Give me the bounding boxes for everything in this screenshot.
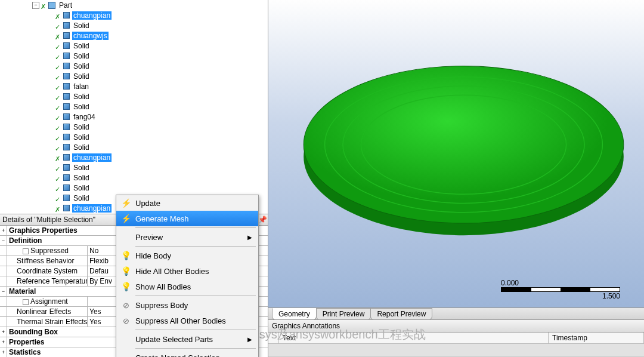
scale-min: 0.000 — [501, 279, 620, 287]
tree-label[interactable]: Solid — [72, 133, 91, 141]
collapse-icon[interactable]: − — [32, 2, 39, 9]
model-body[interactable] — [295, 37, 633, 253]
tree-label[interactable]: chuangpian — [72, 204, 112, 213]
menu-hide-body[interactable]: 💡Hide Body — [116, 248, 258, 263]
tree-node[interactable]: Solid — [0, 122, 268, 132]
check-icon — [55, 94, 61, 100]
tree-label[interactable]: Solid — [72, 143, 91, 152]
3d-viewport[interactable]: 0.000 1.500 — [268, 0, 644, 307]
tree-node[interactable]: Solid — [0, 183, 268, 193]
tree-node[interactable]: Solid — [0, 132, 268, 142]
tree-label[interactable]: Solid — [72, 21, 91, 30]
body-icon — [62, 72, 70, 81]
body-icon — [62, 52, 70, 60]
prop-key: Reference Temperature — [7, 276, 88, 286]
check-icon — [41, 2, 47, 8]
tree-node[interactable]: Solid — [0, 51, 268, 61]
expand-icon[interactable]: + — [0, 226, 7, 235]
menu-hide-others[interactable]: 💡Hide All Other Bodies — [116, 263, 258, 279]
body-icon — [62, 194, 70, 202]
tree-node[interactable]: chuangpian — [0, 152, 268, 162]
body-icon — [62, 32, 70, 40]
prop-key: Coordinate System — [7, 266, 88, 276]
menu-suppress-others[interactable]: ⊘Suppress All Other Bodies — [116, 313, 258, 328]
tree-label[interactable]: Solid — [72, 123, 91, 131]
check-icon — [55, 33, 61, 39]
menu-show-all[interactable]: 💡Show All Bodies — [116, 279, 258, 294]
tree-label[interactable]: Solid — [72, 184, 91, 192]
tree-node[interactable]: Solid — [0, 162, 268, 173]
tree-label[interactable]: Solid — [72, 174, 91, 182]
pin-icon[interactable]: 📌 — [258, 216, 265, 224]
tree-label[interactable]: Part — [58, 1, 73, 10]
tree-node[interactable]: Solid — [0, 41, 268, 51]
tab-print-preview[interactable]: Print Preview — [316, 308, 371, 320]
body-icon — [62, 164, 70, 172]
check-icon — [55, 175, 61, 181]
tree-label[interactable]: falan — [72, 82, 90, 91]
bulb-icon: 💡 — [121, 282, 131, 291]
menu-suppress[interactable]: ⊘Suppress Body — [116, 297, 258, 313]
tree-label[interactable]: Solid — [72, 164, 91, 172]
context-menu: ⚡Update ⚡Generate Mesh Preview▶ 💡Hide Bo… — [116, 195, 259, 357]
check-icon — [55, 114, 61, 120]
outline-tree[interactable]: − Part chuangpianSolidchuangwjsSolidSoli… — [0, 0, 268, 214]
svg-point-1 — [304, 66, 624, 223]
body-icon — [62, 62, 70, 70]
collapse-icon[interactable]: − — [0, 287, 7, 296]
check-icon — [55, 53, 61, 59]
check-icon — [55, 23, 61, 29]
tree-node[interactable]: Solid — [0, 61, 268, 71]
menu-named-selection[interactable]: ▭Create Named Selection — [116, 350, 258, 357]
check-icon — [55, 124, 61, 130]
bulb-icon: 💡 — [121, 251, 131, 260]
prop-key: Suppressed — [7, 246, 88, 256]
tree-label[interactable]: Solid — [72, 42, 91, 50]
tree-label[interactable]: Solid — [72, 194, 91, 202]
body-icon — [62, 42, 70, 50]
tree-label[interactable]: chuangpian — [72, 11, 112, 20]
expand-icon[interactable]: + — [0, 347, 7, 357]
prop-key: Stiffness Behavior — [7, 256, 88, 266]
expand-icon[interactable]: + — [0, 337, 7, 347]
menu-update[interactable]: ⚡Update — [116, 195, 258, 211]
tree-node[interactable]: chuangwjs — [0, 30, 268, 41]
tree-label[interactable]: Solid — [72, 62, 91, 70]
tab-report-preview[interactable]: Report Preview — [370, 308, 432, 320]
tree-node[interactable]: falan — [0, 81, 268, 91]
annotations-grid[interactable]: Text Timestamp — [268, 333, 644, 357]
tree-node[interactable]: chuangpian — [0, 10, 268, 20]
tree-node-part[interactable]: − Part — [0, 0, 268, 10]
bolt-icon: ⚡ — [121, 198, 131, 208]
tree-node[interactable]: fang04 — [0, 112, 268, 122]
menu-update-selected[interactable]: Update Selected Parts▶ — [116, 331, 258, 347]
view-tabs: Geometry Print Preview Report Preview — [268, 307, 644, 319]
menu-generate-mesh[interactable]: ⚡Generate Mesh — [116, 211, 258, 226]
bolt-icon: ⚡ — [121, 214, 131, 223]
check-icon — [55, 165, 61, 171]
tree-node[interactable]: Solid — [0, 71, 268, 81]
check-icon — [55, 84, 61, 90]
tab-geometry[interactable]: Geometry — [272, 308, 317, 320]
tree-node[interactable]: Solid — [0, 142, 268, 152]
tree-label[interactable]: chuangpian — [72, 153, 112, 162]
body-icon — [62, 204, 70, 213]
col-timestamp[interactable]: Timestamp — [549, 333, 644, 343]
tree-label[interactable]: fang04 — [72, 113, 97, 121]
tree-label[interactable]: Solid — [72, 103, 91, 111]
tree-node[interactable]: Solid — [0, 173, 268, 183]
tree-node[interactable]: Solid — [0, 91, 268, 101]
tree-label[interactable]: Solid — [72, 72, 91, 81]
tree-node[interactable]: Solid — [0, 20, 268, 30]
tree-node[interactable]: Solid — [0, 101, 268, 112]
tree-label[interactable]: chuangwjs — [72, 32, 109, 40]
expand-icon[interactable]: + — [0, 327, 7, 337]
check-icon — [55, 63, 61, 69]
tree-label[interactable]: Solid — [72, 52, 91, 60]
annotation-row[interactable] — [268, 344, 644, 357]
col-text[interactable]: Text — [279, 333, 549, 343]
menu-preview[interactable]: Preview▶ — [116, 229, 258, 245]
collapse-icon[interactable]: − — [0, 236, 7, 245]
check-icon — [55, 13, 61, 19]
tree-label[interactable]: Solid — [72, 93, 91, 101]
